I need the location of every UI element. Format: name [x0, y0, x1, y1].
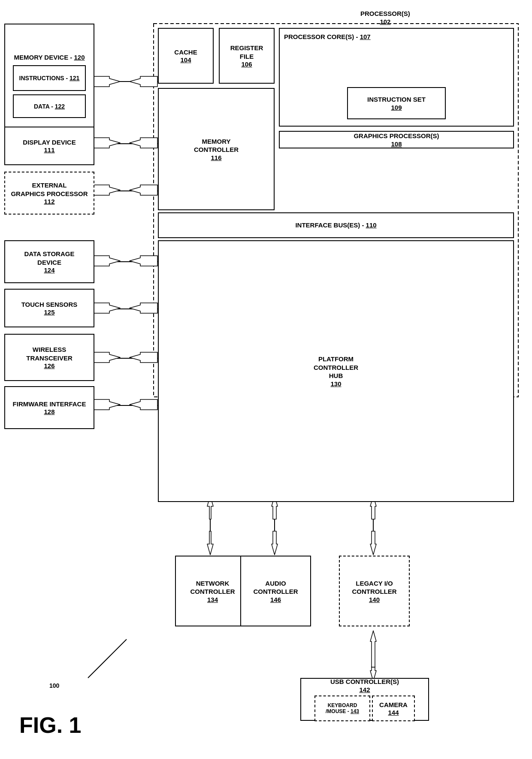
svg-marker-43 — [130, 138, 157, 148]
usb-ctrl-label: USB CONTROLLER(S) — [330, 677, 399, 686]
arrow-display — [92, 138, 157, 148]
instructions-label: INSTRUCTIONS - 121 — [19, 75, 80, 82]
data-label: DATA - 122 — [34, 103, 65, 110]
arrow-ext-graphics — [92, 185, 157, 195]
svg-marker-41 — [130, 76, 157, 87]
ext-graphics-label: EXTERNALGRAPHICS PROCESSOR — [11, 181, 88, 198]
data-box: DATA - 122 — [13, 94, 86, 118]
proc-core-label: PROCESSOR CORE(S) - 107 — [284, 33, 371, 40]
ext-graphics-num: 112 — [44, 198, 54, 205]
pch-num: 130 — [330, 380, 341, 387]
svg-marker-55 — [207, 531, 213, 555]
arrow-network-ctrl — [207, 496, 213, 555]
memory-ctrl-num: 116 — [211, 154, 221, 161]
ref-100-label: 100 — [49, 682, 59, 689]
svg-marker-40 — [92, 76, 120, 87]
svg-marker-60 — [370, 631, 376, 667]
network-ctrl-box: NETWORKCONTROLLER 134 — [175, 556, 250, 626]
network-ctrl-label: NETWORKCONTROLLER — [190, 579, 235, 596]
graphics-proc-num: 108 — [391, 140, 402, 148]
camera-box: CAMERA 144 — [372, 695, 415, 721]
instructions-box: INSTRUCTIONS - 121 — [13, 65, 86, 91]
graphics-proc-label: GRAPHICS PROCESSOR(S) — [354, 132, 439, 140]
display-device-num: 111 — [44, 146, 54, 154]
keyboard-mouse-box: KEYBOARD/MOUSE - 143 — [314, 695, 370, 721]
fig-label: FIG. 1 — [19, 712, 81, 738]
audio-ctrl-label: AUDIOCONTROLLER — [253, 579, 298, 596]
arrow-firmware — [92, 399, 157, 410]
keyboard-mouse-label: KEYBOARD/MOUSE - 143 — [326, 702, 359, 714]
svg-marker-42 — [92, 138, 120, 148]
svg-marker-53 — [130, 399, 157, 410]
audio-ctrl-num: 146 — [270, 596, 281, 603]
legacy-io-box: LEGACY I/OCONTROLLER 140 — [339, 556, 410, 626]
svg-marker-48 — [92, 303, 120, 313]
touch-sensors-num: 125 — [44, 308, 54, 316]
svg-marker-47 — [130, 256, 157, 266]
camera-num: 144 — [388, 709, 399, 716]
svg-marker-46 — [92, 256, 120, 266]
arrow-wireless — [92, 352, 157, 363]
instr-set-box: INSTRUCTION SET 109 — [347, 87, 446, 119]
diagram: PROCESSOR(S) 102 MEMORY DEVICE - 120 INS… — [0, 0, 532, 759]
network-ctrl-num: 134 — [207, 596, 218, 603]
wireless-trans-label: WIRELESSTRANSCEIVER — [26, 345, 73, 362]
svg-marker-28 — [208, 545, 212, 548]
proc-core-box: PROCESSOR CORE(S) - 107 INSTRUCTION SET … — [279, 28, 514, 127]
data-storage-box: DATA STORAGEDEVICE 124 — [4, 240, 94, 283]
data-storage-num: 124 — [44, 266, 54, 274]
memory-device-label: MEMORY DEVICE - 120 — [14, 54, 85, 61]
svg-marker-39 — [124, 637, 129, 641]
cache-box: CACHE 104 — [158, 28, 214, 84]
register-file-label: REGISTERFILE — [230, 44, 263, 60]
svg-marker-36 — [371, 666, 375, 669]
svg-line-38 — [88, 639, 127, 678]
usb-ctrl-box: USB CONTROLLER(S) 142 KEYBOARD/MOUSE - 1… — [300, 678, 429, 721]
cache-num: 104 — [180, 56, 191, 64]
svg-marker-37 — [371, 639, 375, 642]
arrow-legacy-io — [370, 496, 376, 555]
iface-bus-box: INTERFACE BUS(ES) - 110 — [158, 212, 514, 238]
pch-label: PLATFORMCONTROLLERHUB — [314, 355, 358, 380]
firmware-iface-num: 128 — [44, 408, 54, 415]
svg-marker-44 — [92, 185, 120, 195]
svg-marker-57 — [272, 531, 278, 555]
svg-marker-34 — [371, 545, 375, 548]
firmware-iface-label: FIRMWARE INTERFACE — [13, 400, 86, 408]
register-file-num: 106 — [241, 60, 252, 68]
ext-graphics-box: EXTERNALGRAPHICS PROCESSOR 112 — [4, 172, 94, 215]
arrow-memory — [92, 76, 157, 87]
data-storage-label: DATA STORAGEDEVICE — [24, 250, 75, 266]
arrow-usb — [370, 631, 376, 681]
display-device-box: DISPLAY DEVICE 111 — [4, 127, 94, 165]
arrow-audio-ctrl — [272, 496, 278, 555]
memory-ctrl-box: MEMORYCONTROLLER 116 — [158, 88, 275, 210]
svg-marker-50 — [92, 352, 120, 363]
firmware-iface-box: FIRMWARE INTERFACE 128 — [4, 386, 94, 429]
display-device-label: DISPLAY DEVICE — [23, 138, 76, 147]
touch-sensors-label: TOUCH SENSORS — [21, 300, 78, 309]
camera-label: CAMERA — [379, 701, 408, 709]
pch-box: PLATFORMCONTROLLERHUB 130 — [158, 240, 514, 502]
legacy-io-num: 140 — [369, 596, 380, 603]
graphics-proc-box: GRAPHICS PROCESSOR(S) 108 — [279, 131, 514, 148]
usb-ctrl-num: 142 — [359, 686, 370, 693]
arrow-data-storage — [92, 256, 157, 266]
svg-marker-45 — [130, 185, 157, 195]
cache-label: CACHE — [174, 48, 197, 57]
iface-bus-label: INTERFACE BUS(ES) - 110 — [295, 221, 376, 230]
svg-marker-31 — [272, 545, 277, 548]
instr-set-label: INSTRUCTION SET — [367, 95, 426, 104]
svg-marker-49 — [130, 303, 157, 313]
svg-marker-59 — [370, 531, 376, 555]
audio-ctrl-box: AUDIOCONTROLLER 146 — [240, 556, 311, 626]
svg-marker-52 — [92, 399, 120, 410]
memory-ctrl-label: MEMORYCONTROLLER — [194, 137, 239, 154]
processor-label: PROCESSOR(S) 102 — [360, 9, 410, 25]
register-file-box: REGISTERFILE 106 — [219, 28, 275, 84]
instr-set-num: 109 — [391, 104, 402, 111]
touch-sensors-box: TOUCH SENSORS 125 — [4, 289, 94, 327]
wireless-trans-box: WIRELESSTRANSCEIVER 126 — [4, 334, 94, 381]
svg-marker-51 — [130, 352, 157, 363]
arrow-touch-sensors — [92, 303, 157, 313]
